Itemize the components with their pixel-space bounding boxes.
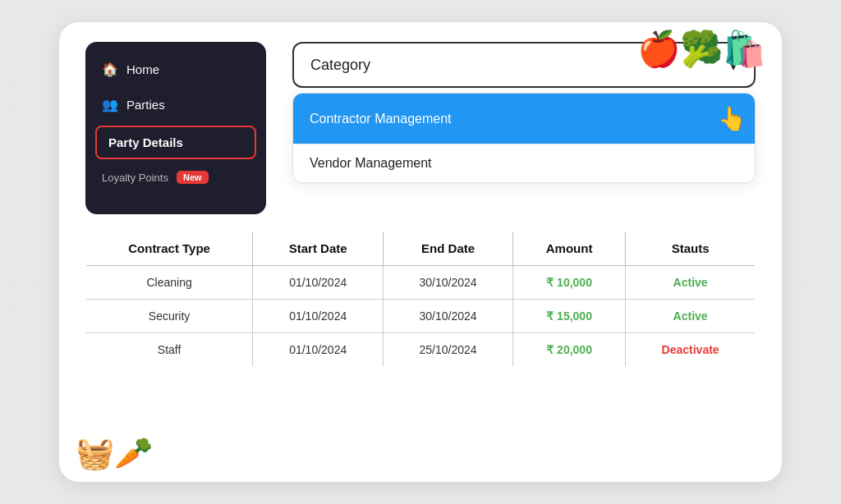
cell-status-2: Deactivate (626, 333, 756, 367)
col-header-start-date: Start Date (253, 231, 384, 266)
col-header-contract-type: Contract Type (86, 231, 253, 266)
cell-start-date-0: 01/10/2024 (253, 266, 384, 300)
cell-end-date-2: 25/10/2024 (384, 333, 513, 367)
cell-amount-0: ₹ 10,000 (512, 266, 625, 300)
cell-amount-1: ₹ 15,000 (512, 300, 625, 333)
dropdown-option-vendor[interactable]: Vendor Management (293, 144, 755, 182)
cell-end-date-1: 30/10/2024 (384, 300, 513, 333)
table-row: Cleaning 01/10/2024 30/10/2024 ₹ 10,000 … (86, 266, 756, 300)
cell-start-date-1: 01/10/2024 (253, 300, 384, 333)
sidebar-loyalty-row: Loyalty Points New (85, 163, 266, 192)
loyalty-label: Loyalty Points (102, 172, 168, 184)
party-details-label: Party Details (108, 135, 183, 149)
col-header-status: Stauts (626, 231, 756, 266)
category-dropdown-menu: Contractor Management 👆 Vendor Managemen… (292, 93, 756, 183)
sidebar-item-parties[interactable]: 👥 Parties (85, 87, 266, 122)
sidebar-item-home[interactable]: 🏠 Home (85, 52, 266, 87)
col-header-end-date: End Date (384, 231, 513, 266)
vendor-option-label: Vendor Management (310, 156, 432, 171)
new-badge: New (177, 171, 209, 184)
contractor-option-label: Contractor Management (310, 112, 452, 126)
table-header-row: Contract Type Start Date End Date Amount… (86, 231, 756, 266)
cell-status-1: Active (626, 300, 756, 333)
deco-bottom-left-illustration: 🧺🥕 (76, 438, 153, 469)
sidebar-home-label: Home (126, 62, 159, 76)
cell-status-0: Active (626, 266, 756, 300)
table-row: Security 01/10/2024 30/10/2024 ₹ 15,000 … (86, 300, 756, 333)
cell-amount-2: ₹ 20,000 (512, 333, 625, 367)
dropdown-option-contractor[interactable]: Contractor Management 👆 (293, 94, 755, 144)
deco-top-right-illustration: 🍎🥦🛍️ (637, 32, 765, 66)
sidebar: 🏠 Home 👥 Parties Party Details Loyalty P… (85, 42, 266, 214)
cell-end-date-0: 30/10/2024 (384, 266, 513, 300)
cell-contract-type-0: Cleaning (86, 266, 253, 300)
contracts-table-section: Contract Type Start Date End Date Amount… (85, 231, 756, 462)
cell-contract-type-1: Security (86, 300, 253, 333)
col-header-amount: Amount (512, 231, 625, 266)
parties-icon: 👥 (102, 97, 118, 112)
cell-contract-type-2: Staff (86, 333, 253, 367)
contracts-table: Contract Type Start Date End Date Amount… (85, 231, 756, 367)
category-trigger-label: Category (310, 57, 370, 74)
cell-start-date-2: 01/10/2024 (253, 333, 384, 367)
main-card: 🍎🥦🛍️ 🧺🥕 🏠 Home 👥 Parties Party Details L… (59, 22, 782, 482)
cursor-hand-icon: 👆 (718, 105, 747, 132)
sidebar-parties-label: Parties (126, 98, 165, 112)
sidebar-item-party-details[interactable]: Party Details (95, 126, 256, 159)
home-icon: 🏠 (102, 62, 118, 77)
table-row: Staff 01/10/2024 25/10/2024 ₹ 20,000 Dea… (86, 333, 756, 367)
